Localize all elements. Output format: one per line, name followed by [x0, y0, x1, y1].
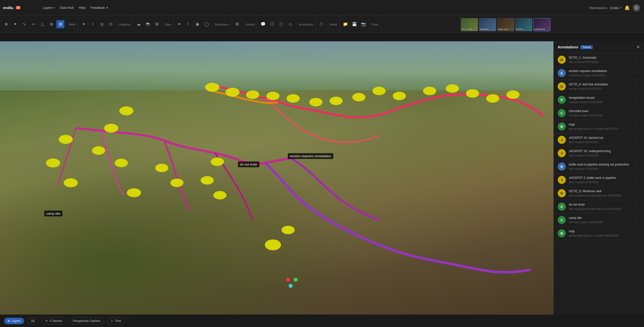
annotation-item-5[interactable]: C chinchilla town michael created 12/23/… — [554, 107, 644, 120]
layers-icon: ⊞ — [8, 319, 10, 323]
annotation-item-1[interactable]: O OCTO_1: Schematic riley created 04/27/… — [554, 53, 644, 67]
annotation-title: Annotations — [558, 45, 578, 49]
ann-more-6[interactable]: ⋮ — [634, 122, 640, 127]
svg-point-0 — [205, 83, 219, 92]
tool-add-well[interactable]: ⊕ — [2, 20, 10, 28]
help-nav[interactable]: Help — [76, 5, 88, 11]
3d-button[interactable]: 3D — [27, 317, 38, 324]
time-button[interactable]: ▽ Time — [107, 317, 125, 324]
user-avatar[interactable]: E — [633, 4, 640, 11]
annotation-item-12[interactable]: D do not enter riley assigned riley@endl… — [554, 200, 644, 213]
annotation-title-area: Annotations Tutorial — [558, 45, 593, 49]
ann-more-12[interactable]: ⋮ — [634, 203, 640, 207]
tool-triangle[interactable]: △ — [38, 20, 46, 28]
perspective-button[interactable]: Perspective Camera — [69, 317, 104, 324]
tool-sub3[interactable]: ◉ — [193, 20, 202, 28]
feedback-nav[interactable]: Feedback — [88, 5, 110, 11]
annotation-item-4[interactable]: R revegetation issues michael created 12… — [554, 93, 644, 107]
ann-more-8[interactable]: ⋮ — [634, 149, 640, 154]
tool-camera[interactable]: 📷 — [359, 20, 368, 28]
ann-more-7[interactable]: ⋮ — [634, 136, 640, 141]
tool-data2[interactable]: ⬒ — [144, 20, 152, 28]
ann-avatar-14: M — [558, 229, 566, 237]
svg-point-17 — [59, 135, 73, 144]
annotation-item-13[interactable]: C camp site michael created 12/23/2022 ⋮ — [554, 213, 644, 227]
layers-button[interactable]: ⊞ Layers — [4, 318, 24, 324]
x-section-button[interactable]: ✕ X Section — [42, 317, 66, 324]
annotation-item-7[interactable]: J JACKPOT 15: backed out riley created 0… — [554, 133, 644, 147]
svg-point-19 — [64, 178, 78, 187]
ann-more-10[interactable]: ⋮ — [634, 176, 640, 181]
annotation-item-2[interactable]: E erosion requires remediation undefined… — [554, 67, 644, 80]
map-svg — [0, 41, 553, 314]
svg-point-21 — [115, 159, 128, 167]
thumb-2[interactable]: pipelines... — [479, 18, 496, 31]
annotation-close-button[interactable]: ✕ — [636, 44, 640, 50]
tool-world1[interactable]: ⬡ — [317, 20, 326, 28]
annotation-item-8[interactable]: J JACKPOT 16: underperforming riley crea… — [554, 147, 644, 160]
ann-title-11: OCTO_6: Workover well — [569, 189, 631, 193]
tool-data3[interactable]: ⊞ — [153, 20, 161, 28]
layers-nav[interactable]: Layers ▾ — [40, 5, 57, 11]
tool-sub1[interactable]: ✦ — [175, 20, 183, 28]
tool-pip1[interactable]: ✦ — [80, 20, 88, 28]
tool-data1[interactable]: ☁ — [135, 20, 143, 28]
data-hub-nav[interactable]: Data Hub — [57, 5, 76, 11]
top-navigation: endla. DI Layers ▾ Data Hub Help Feedbac… — [0, 0, 644, 16]
map-viewport[interactable]: camp site do not enter erosion requires … — [0, 41, 553, 314]
ann-more-14[interactable]: ⋮ — [634, 229, 640, 234]
annotation-item-10[interactable]: J JACKPOT 2: bottle neck in pipeline ril… — [554, 173, 644, 187]
ann-more-2[interactable]: ⋮ — [634, 69, 640, 74]
tool-folder[interactable]: 📁 — [341, 20, 349, 28]
ann-title-4: revegetation issues — [569, 96, 631, 100]
layers-label: Layers — [12, 319, 21, 323]
tool-wave1[interactable]: ∿ — [20, 20, 28, 28]
tool-ann2[interactable]: ⓘ — [268, 20, 276, 28]
world-section: ⬡ World — [315, 16, 339, 32]
tool-square[interactable]: ⊞ — [56, 20, 64, 28]
svg-point-24 — [170, 179, 183, 187]
annotation-item-6[interactable]: M map gerhard@endla.com created 04/20/20… — [554, 120, 644, 133]
ann-more-9[interactable]: ⋮ — [634, 162, 640, 167]
tool-ann4[interactable]: ◇ — [286, 20, 294, 28]
annotation-item-14[interactable]: M map gerhard@endla.com created 04/20/20… — [554, 227, 644, 240]
ann-content-13: camp site michael created 12/23/2022 — [569, 216, 631, 224]
tool-pip3[interactable]: ◎ — [98, 20, 106, 28]
ann-more-11[interactable]: ⋮ — [634, 189, 640, 194]
tool-sub4[interactable]: ◯ — [203, 20, 211, 28]
thumb-1[interactable]: occt_4 det... — [461, 18, 478, 31]
tool-pip4[interactable]: ⊙ — [107, 20, 115, 28]
tool-star[interactable]: ✦ — [11, 20, 19, 28]
tool-wave2[interactable]: ∾ — [29, 20, 37, 28]
notification-icon[interactable]: 🔔 — [624, 5, 630, 11]
annotation-item-11[interactable]: O OCTO_6: Workover well riley assigned r… — [554, 187, 644, 200]
pipelines-section: ✦ ⌇ ◎ ⊙ Pipelines — [78, 16, 133, 32]
tool-ann3[interactable]: ⬡ — [277, 20, 285, 28]
tutorial-badge[interactable]: Tutorial — [580, 45, 593, 49]
thumb-3[interactable]: wells proxi — [497, 18, 514, 31]
tool-sur1[interactable]: ⊞ — [233, 20, 241, 28]
tool-circle-plus[interactable]: ⊕ — [47, 20, 55, 28]
annotation-item-9[interactable]: B bottle neck in pipeline backing out pr… — [554, 160, 644, 173]
ann-more-13[interactable]: ⋮ — [634, 216, 640, 221]
thumb-5[interactable]: subsurface — [533, 18, 550, 31]
thumb-4[interactable]: NAPE 1 — [515, 18, 532, 31]
ann-more-3[interactable]: ⋮ — [634, 82, 640, 87]
svg-point-25 — [201, 176, 214, 185]
subsurface-label: Subsurface — [215, 23, 229, 26]
ann-more-4[interactable]: ⋮ — [634, 96, 640, 101]
user-menu[interactable]: Endla ▾ — [610, 6, 621, 10]
ann-avatar-3: O — [558, 82, 566, 90]
svg-point-6 — [330, 97, 343, 105]
permissions-label: Permissions — [589, 6, 607, 10]
ann-more-1[interactable]: ⋮ — [634, 56, 640, 60]
tool-sub2[interactable]: ⌇ — [184, 20, 192, 28]
data-section: ☁ ⬒ ⊞ Data — [133, 16, 173, 32]
tool-ann1[interactable]: 💬 — [259, 20, 267, 28]
annotation-item-3[interactable]: O OCTO_6: test foot annotation ahmad cre… — [554, 80, 644, 93]
svg-point-28 — [265, 239, 281, 250]
tool-pip2[interactable]: ⌇ — [89, 20, 97, 28]
ann-title-1: OCTO_1: Schematic — [569, 56, 631, 60]
tool-save[interactable]: 💾 — [350, 20, 358, 28]
ann-more-5[interactable]: ⋮ — [634, 109, 640, 114]
